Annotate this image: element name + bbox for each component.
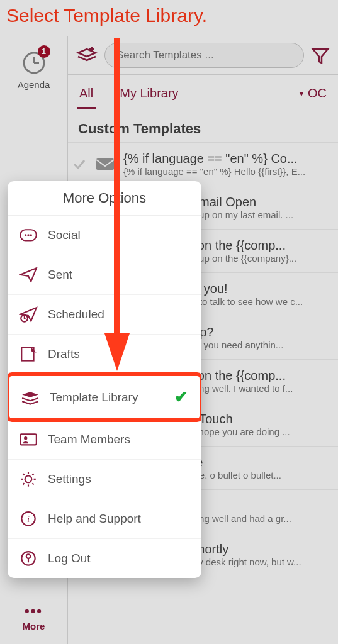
svg-line-25 xyxy=(32,483,33,484)
menu-item-log-out[interactable]: Log Out xyxy=(8,539,201,578)
menu-item-label: Template Library xyxy=(50,391,138,404)
gear-icon xyxy=(19,471,38,487)
menu-item-social[interactable]: Social xyxy=(8,216,201,255)
paper-plane-icon xyxy=(19,267,38,283)
svg-point-14 xyxy=(30,234,32,236)
svg-line-27 xyxy=(32,474,33,475)
svg-line-26 xyxy=(23,483,24,484)
menu-item-label: Help and Support xyxy=(48,512,141,526)
menu-item-settings[interactable]: Settings xyxy=(8,460,201,499)
svg-line-24 xyxy=(23,474,24,475)
menu-item-label: Scheduled xyxy=(48,308,104,321)
id-card-icon xyxy=(19,431,38,448)
checkmark-icon: ✔ xyxy=(174,387,188,407)
svg-point-19 xyxy=(25,476,32,483)
scheduled-send-icon xyxy=(19,306,38,323)
info-icon: i xyxy=(19,511,38,527)
svg-rect-17 xyxy=(20,434,37,445)
popover-title: More Options xyxy=(8,181,201,216)
menu-item-sent[interactable]: Sent xyxy=(8,255,201,295)
svg-point-12 xyxy=(25,234,26,236)
chat-bubble-icon xyxy=(19,227,38,243)
menu-item-template-library[interactable]: Template Library✔ xyxy=(8,372,201,422)
more-options-popover: More Options SocialSentScheduledDraftsTe… xyxy=(8,181,201,578)
svg-text:i: i xyxy=(27,514,30,524)
menu-item-label: Sent xyxy=(48,268,72,282)
menu-item-label: Team Members xyxy=(48,433,130,447)
menu-item-label: Settings xyxy=(48,472,91,486)
svg-point-13 xyxy=(27,234,29,236)
menu-item-label: Social xyxy=(48,228,81,242)
menu-item-team-members[interactable]: Team Members xyxy=(8,420,201,460)
menu-item-scheduled[interactable]: Scheduled xyxy=(8,295,201,335)
keyhole-icon xyxy=(19,550,38,567)
stack-layers-icon xyxy=(21,389,40,406)
menu-item-label: Log Out xyxy=(48,552,91,565)
svg-point-31 xyxy=(26,555,30,558)
draft-pencil-icon xyxy=(19,346,38,362)
svg-point-18 xyxy=(24,436,27,440)
menu-item-drafts[interactable]: Drafts xyxy=(8,335,201,374)
menu-item-label: Drafts xyxy=(48,347,80,361)
menu-item-help-and-support[interactable]: iHelp and Support xyxy=(8,499,201,539)
